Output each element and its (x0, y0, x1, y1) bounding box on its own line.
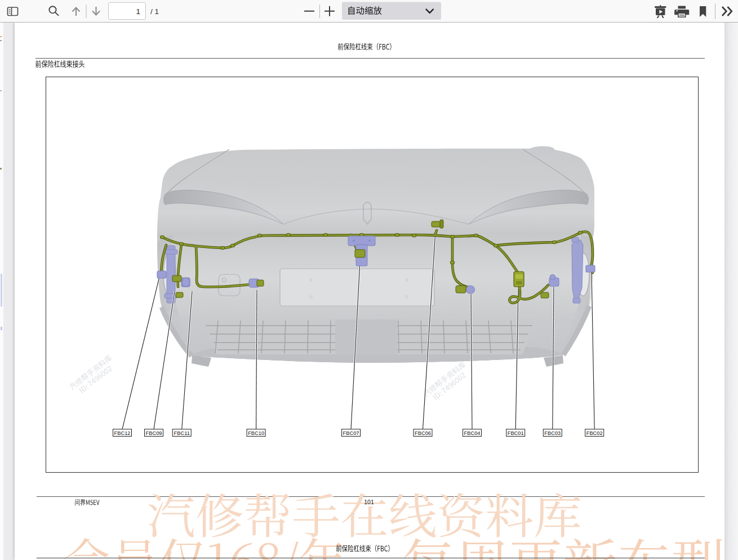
svg-text:FBC02: FBC02 (586, 430, 603, 436)
svg-text:FBC11: FBC11 (174, 430, 190, 436)
svg-text:FBC01: FBC01 (508, 430, 524, 436)
svg-text:FBC12: FBC12 (114, 430, 131, 436)
svg-text:101: 101 (364, 499, 374, 505)
svg-text:FBC10: FBC10 (248, 430, 264, 436)
svg-text:FBC03: FBC03 (544, 430, 561, 436)
svg-text:FBC07: FBC07 (343, 430, 359, 436)
svg-text:FBC04: FBC04 (464, 430, 481, 436)
svg-text:/ 1: / 1 (150, 7, 159, 16)
svg-text:1: 1 (136, 7, 140, 16)
svg-text:FBC09: FBC09 (146, 430, 162, 436)
svg-text:FBC06: FBC06 (415, 430, 431, 436)
